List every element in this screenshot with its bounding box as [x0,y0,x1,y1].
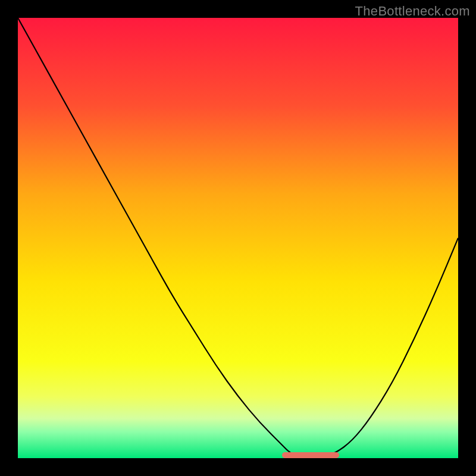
bottleneck-curve [18,18,458,458]
watermark-text: TheBottleneck.com [355,4,470,19]
curve-svg [18,18,458,458]
marker-band [282,452,339,458]
plot-area [18,18,458,458]
chart-container: TheBottleneck.com [0,0,476,476]
